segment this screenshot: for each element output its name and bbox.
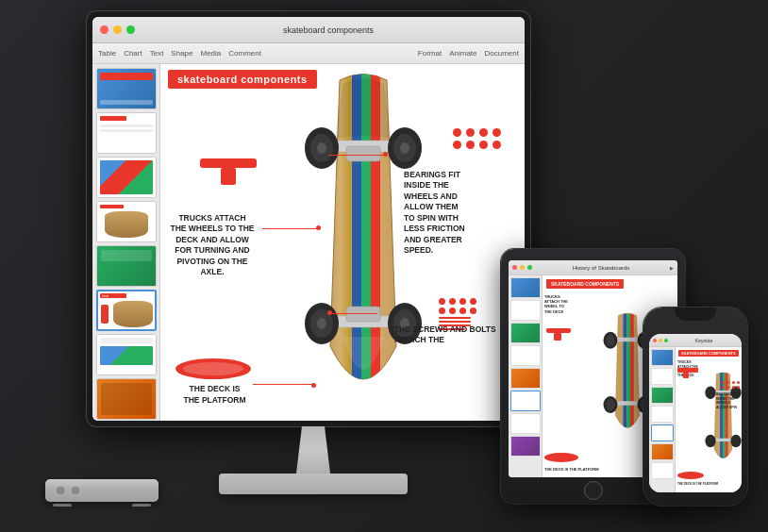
bearings-pointer	[328, 155, 385, 156]
iphone-screen[interactable]: Keynote SKATEBOARD COMPONENTS	[649, 334, 742, 492]
monitor-screen: skateboard components Table Chart Text S…	[92, 17, 525, 421]
svg-point-40	[730, 435, 741, 448]
toolbar-animate[interactable]: Animate	[449, 49, 476, 58]
ipad-play-btn[interactable]: ▶	[670, 265, 674, 271]
iphone-thumb-5[interactable]	[651, 424, 674, 441]
close-button[interactable]	[100, 25, 109, 34]
iphone-slide-panel[interactable]	[649, 347, 676, 492]
iphone-toolbar: Keynote	[649, 334, 742, 347]
deck-shape	[175, 358, 251, 379]
toolbar-comment[interactable]: Comment	[228, 49, 261, 58]
slide-thumb-4[interactable]	[96, 201, 157, 242]
toolbar-text[interactable]: Text	[150, 49, 164, 58]
iphone-body: Keynote SKATEBOARD COMPONENTS	[643, 308, 747, 506]
svg-point-10	[400, 142, 409, 154]
keynote-toolbar: Table Chart Text Shape Media Comment For…	[92, 43, 525, 64]
ipad-slide-panel[interactable]	[509, 275, 543, 477]
ipad-thumb-1[interactable]	[510, 277, 541, 298]
screws-pointer	[330, 313, 377, 314]
iphone-thumb-3[interactable]	[651, 387, 674, 404]
iphone-thumb-7[interactable]	[651, 462, 674, 479]
iphone-title: Keynote	[670, 338, 738, 343]
iphone: Keynote SKATEBOARD COMPONENTS	[643, 308, 747, 506]
mac-mini-body	[45, 479, 159, 502]
deck-pointer-dot	[311, 383, 316, 388]
trucks-pointer-dot	[316, 225, 321, 230]
deck-pointer	[253, 384, 314, 385]
svg-point-39	[705, 435, 715, 448]
main-canvas[interactable]: skateboard components TRUCKS ATTACH THE …	[160, 64, 525, 421]
bearings-dots	[453, 128, 502, 149]
toolbar-format[interactable]: Format	[418, 49, 442, 58]
slide-thumb-1[interactable]	[96, 68, 157, 109]
slide-thumb-6[interactable]: skate	[96, 290, 157, 331]
slide-thumb-2[interactable]	[96, 112, 157, 154]
iphone-thumb-4[interactable]	[651, 406, 674, 423]
monitor-bezel: skateboard components Table Chart Text S…	[87, 11, 530, 426]
toolbar-table[interactable]: Table	[98, 49, 116, 58]
ipad-window-title: History of Skateboards	[535, 265, 667, 271]
ipad-thumb-8[interactable]	[510, 436, 541, 457]
trucks-annotation: TRUCKS ATTACH THE WHEELS TO THE DECK AND…	[170, 213, 255, 278]
deck-annotation: THE DECK ISTHE PLATFORM	[170, 384, 259, 406]
bearings-annotation: BEARINGS FITINSIDE THEWHEELS ANDALLOW TH…	[404, 170, 517, 257]
svg-point-24	[606, 335, 614, 346]
slide-thumb-7[interactable]	[96, 334, 157, 375]
slide-thumb-8[interactable]	[96, 378, 157, 420]
ipad-thumb-5[interactable]	[510, 368, 541, 389]
keynote-titlebar: skateboard components	[92, 17, 525, 43]
ipad-thumb-3[interactable]	[510, 323, 541, 343]
svg-rect-19	[623, 309, 626, 444]
monitor-stand-neck	[285, 426, 342, 474]
mac-mini-feet	[45, 504, 159, 507]
toolbar-media[interactable]: Media	[201, 49, 222, 58]
slide-title: skateboard components	[168, 70, 317, 89]
svg-rect-12	[346, 307, 380, 322]
svg-point-7	[317, 142, 326, 154]
screws-annotation: THE SCREWS AND BOLTS ATTACH THE	[394, 324, 517, 346]
monitor-stand-base	[219, 474, 408, 494]
ipad-thumb-4[interactable]	[510, 345, 541, 366]
svg-point-36	[705, 387, 715, 400]
ipad-home-button[interactable]	[584, 481, 603, 500]
mac-mini	[45, 479, 159, 506]
svg-rect-20	[626, 309, 630, 444]
mac-mini-foot-left	[53, 504, 72, 507]
slide-thumb-5[interactable]	[96, 245, 157, 287]
mac-mini-foot-right	[132, 504, 151, 507]
iphone-body-area: SKATEBOARD COMPONENTS	[649, 347, 742, 492]
toolbar-shape[interactable]: Shape	[171, 49, 192, 58]
trucks-pointer	[262, 228, 319, 229]
svg-rect-21	[630, 309, 634, 444]
iphone-thumb-6[interactable]	[651, 443, 674, 460]
ipad-thumb-2[interactable]	[510, 300, 541, 321]
iphone-thumb-1[interactable]	[651, 349, 674, 366]
svg-rect-4	[346, 146, 380, 161]
svg-point-15	[317, 318, 326, 329]
slide-thumb-3[interactable]	[96, 157, 157, 198]
trucks-icon	[200, 158, 257, 185]
ipad-thumb-7[interactable]	[510, 413, 541, 434]
iphone-notch	[675, 308, 716, 321]
screws-pointer-dot	[327, 310, 332, 315]
slide-main: skateboard components TRUCKS ATTACH THE …	[160, 64, 525, 421]
window-title: skateboard components	[140, 25, 517, 35]
toolbar-document[interactable]: Document	[485, 49, 519, 58]
keynote-body: skate	[92, 64, 525, 421]
bearings-pointer-dot	[383, 152, 388, 157]
slide-panel[interactable]: skate	[92, 64, 160, 421]
ipad-thumb-6[interactable]	[510, 391, 541, 411]
monitor: skateboard components Table Chart Text S…	[87, 11, 540, 502]
fullscreen-button[interactable]	[126, 25, 135, 34]
minimize-button[interactable]	[113, 25, 122, 34]
iphone-thumb-2[interactable]	[651, 368, 674, 385]
svg-point-29	[606, 399, 614, 410]
ipad-titlebar: History of Skateboards ▶	[509, 260, 677, 275]
toolbar-chart[interactable]: Chart	[124, 49, 142, 58]
iphone-canvas[interactable]: SKATEBOARD COMPONENTS	[676, 347, 742, 492]
